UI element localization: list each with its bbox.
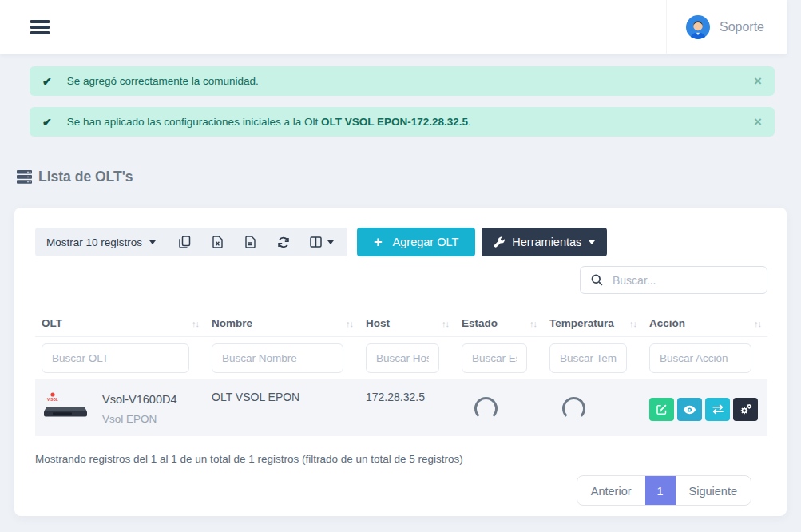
tools-label: Herramientas (512, 236, 581, 248)
alert-olt-name: OLT VSOL EPON-172.28.32.5 (321, 116, 468, 128)
file-excel-icon (212, 236, 223, 248)
pagination: Anterior 1 Siguiente (577, 475, 751, 506)
olt-list-card: Mostrar 10 registros (14, 208, 787, 516)
pagination-page-1[interactable]: 1 (645, 476, 676, 505)
file-lines-icon (245, 236, 256, 248)
add-olt-label: Agregar OLT (393, 236, 459, 248)
export-file-button[interactable] (234, 228, 267, 256)
wrench-icon (494, 236, 505, 248)
exchange-arrows-icon (712, 404, 724, 415)
pagination-row: Anterior 1 Siguiente (35, 475, 767, 506)
chevron-down-icon (149, 240, 156, 244)
chevron-down-icon (589, 240, 595, 244)
sort-icon: ↑↓ (346, 319, 353, 328)
eye-icon (683, 405, 696, 415)
sort-icon: ↑↓ (629, 319, 636, 328)
check-icon: ✔ (42, 116, 52, 129)
hamburger-menu-icon[interactable] (30, 20, 50, 34)
column-header-accion[interactable]: Acción ↑↓ (643, 310, 767, 336)
table-row: V-SOL Vsol-V1600D4 Vsol EPON OLT VSOL EP… (35, 379, 767, 436)
user-avatar-icon (686, 15, 710, 39)
search-icon (591, 274, 603, 286)
sort-icon: ↑↓ (529, 319, 537, 328)
alert-message: Se agregó correctamente la comunidad. (67, 75, 259, 87)
refresh-icon (277, 236, 290, 248)
olt-model: Vsol-V1600D4 (102, 393, 177, 406)
alert-success-community: ✔ Se agregó correctamente la comunidad. … (30, 66, 775, 96)
sort-icon: ↑↓ (192, 319, 199, 328)
column-header-olt[interactable]: OLT ↑↓ (35, 310, 205, 336)
olt-device-image: V-SOL (42, 391, 89, 419)
tools-dropdown-button[interactable]: Herramientas (482, 228, 607, 256)
filter-accion-input[interactable] (649, 343, 751, 373)
temperatura-loading-spinner (562, 397, 585, 420)
table-header-row: OLT ↑↓ Nombre ↑↓ Host ↑↓ Estado ↑↓ Tempe… (35, 310, 767, 337)
search-row (35, 266, 767, 294)
records-summary: Mostrando registros del 1 al 1 de un tot… (35, 453, 767, 465)
show-entries-dropdown[interactable]: Mostrar 10 registros (35, 236, 169, 248)
plus-icon: + (374, 235, 383, 249)
show-entries-label: Mostrar 10 registros (46, 236, 142, 248)
check-icon: ✔ (42, 75, 52, 88)
user-menu[interactable]: Soporte (666, 0, 787, 54)
filter-host-input[interactable] (366, 343, 439, 373)
page-title: Lista de OLT's (38, 169, 133, 185)
columns-icon (310, 236, 322, 248)
filter-estado-input[interactable] (462, 343, 527, 373)
olt-vendor: Vsol EPON (102, 413, 177, 425)
export-excel-button[interactable] (201, 228, 234, 256)
server-stack-icon (17, 170, 32, 184)
sort-icon: ↑↓ (754, 319, 761, 328)
edit-olt-button[interactable] (649, 398, 674, 421)
olt-host: 172.28.32.5 (359, 379, 455, 436)
column-header-host[interactable]: Host ↑↓ (359, 310, 455, 336)
refresh-button[interactable] (267, 228, 299, 256)
filter-olt-input[interactable] (42, 343, 189, 373)
table-toolbar: Mostrar 10 registros (35, 228, 767, 256)
close-icon[interactable]: × (754, 115, 762, 129)
user-name: Soporte (720, 20, 764, 34)
sync-olt-button[interactable] (705, 398, 730, 421)
table-filter-row (35, 337, 767, 379)
row-actions (649, 391, 761, 421)
alert-success-olt-config: ✔ Se han aplicado las configuraciones in… (30, 107, 775, 137)
configure-olt-button[interactable] (733, 398, 758, 421)
search-box (580, 266, 767, 294)
chevron-down-icon (327, 240, 334, 244)
svg-text:V-SOL: V-SOL (47, 398, 58, 402)
page-header: Lista de OLT's (17, 169, 801, 185)
column-header-nombre[interactable]: Nombre ↑↓ (205, 310, 359, 336)
column-header-estado[interactable]: Estado ↑↓ (455, 310, 543, 336)
close-icon[interactable]: × (754, 74, 762, 88)
global-search-input[interactable] (613, 274, 756, 287)
column-header-temperatura[interactable]: Temperatura ↑↓ (543, 310, 643, 336)
alerts-container: ✔ Se agregó correctamente la comunidad. … (30, 66, 775, 137)
alert-message: Se han aplicado las configuraciones inic… (67, 116, 471, 128)
add-olt-button[interactable]: + Agregar OLT (357, 228, 475, 256)
gears-icon (740, 403, 752, 415)
estado-loading-spinner (474, 397, 498, 420)
filter-temperatura-input[interactable] (549, 343, 627, 373)
copy-icon (179, 236, 191, 248)
column-visibility-dropdown[interactable] (299, 228, 344, 256)
view-olt-button[interactable] (677, 398, 702, 421)
sort-icon: ↑↓ (442, 319, 449, 328)
top-navbar: Soporte (0, 0, 787, 54)
pagination-next[interactable]: Siguiente (676, 476, 751, 505)
olt-table: OLT ↑↓ Nombre ↑↓ Host ↑↓ Estado ↑↓ Tempe… (35, 310, 767, 436)
edit-icon (656, 403, 668, 415)
copy-button[interactable] (169, 228, 201, 256)
filter-nombre-input[interactable] (212, 343, 343, 373)
olt-nombre: OLT VSOL EPON (205, 379, 359, 436)
toolbar-button-group: Mostrar 10 registros (35, 228, 347, 256)
pagination-previous[interactable]: Anterior (577, 476, 645, 505)
